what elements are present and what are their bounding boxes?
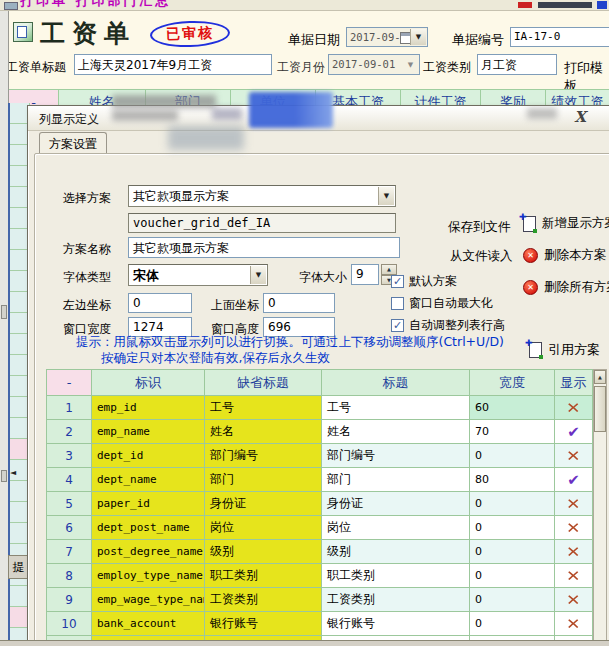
hidden-x-icon: ✕ xyxy=(566,447,580,465)
chevron-down-icon[interactable]: ▼ xyxy=(378,187,394,205)
chevron-down-icon[interactable]: ▼ xyxy=(403,56,418,73)
window-bottom-edge xyxy=(0,640,609,646)
save-to-file-button[interactable]: 保存到文件 xyxy=(448,219,511,236)
hidden-x-icon: ✕ xyxy=(566,543,580,561)
columns-table-header-cell[interactable]: 显示 xyxy=(555,370,593,396)
payroll-title-input[interactable]: 上海天灵2017年9月工资 xyxy=(74,54,272,75)
toolbar-fragment xyxy=(538,2,592,8)
columns-table-header-cell[interactable]: 缺省标题 xyxy=(205,370,322,396)
close-icon[interactable]: X xyxy=(571,108,589,126)
columns-table-header-cell[interactable]: - xyxy=(47,370,92,396)
font-type-label: 字体类型 xyxy=(63,269,111,286)
table-row[interactable]: 6dept_post_name岗位岗位0✕ xyxy=(47,516,594,540)
delete-circle-icon: ✕ xyxy=(523,248,538,263)
doc-no-label: 单据编号 xyxy=(452,31,504,49)
select-scheme-combo[interactable]: 其它款项显示方案 ▼ xyxy=(128,185,396,207)
delete-scheme-button[interactable]: ✕ 删除本方案 xyxy=(523,247,607,264)
tip-line-2: 按确定只对本次登陆有效,保存后永久生效 xyxy=(101,350,330,367)
checkbox-icon[interactable]: ✓ xyxy=(391,275,404,288)
hidden-x-icon: ✕ xyxy=(566,399,580,417)
add-scheme-button[interactable]: 新增显示方案 xyxy=(523,215,609,232)
form-icon xyxy=(13,22,33,42)
column-display-dialog: 列显示定义 X 方案设置 选择方案 其它款项显示方案 ▼ voucher_gri… xyxy=(27,105,609,646)
tip-line-1: 提示：用鼠标双击显示列可以进行切换。可通过上下移动调整顺序(Ctrl+U/D) xyxy=(76,334,504,351)
censored-blur xyxy=(112,110,178,121)
toolbar-fragment xyxy=(597,1,607,9)
toolbar-clipped-text[interactable]: 打印单 打印部门汇总 xyxy=(20,0,172,10)
columns-table-body: 1emp_id工号工号60✕2emp_name姓名姓名70✔3dept_id部门… xyxy=(47,396,594,646)
checkbox-icon[interactable]: ✓ xyxy=(391,319,404,332)
table-row[interactable]: 3dept_id部门编号部门编号0✕ xyxy=(47,444,594,468)
checkbox-icon[interactable] xyxy=(391,297,404,310)
toolbar-icon[interactable] xyxy=(4,2,18,10)
font-size-input[interactable]: 9 xyxy=(351,264,379,285)
left-coord-label: 左边坐标 xyxy=(63,297,111,314)
top-coord-input[interactable]: 0 xyxy=(263,293,335,313)
doc-date-field[interactable]: 2017-09-14 ▼ xyxy=(346,27,428,47)
audit-stamp-text: 已审核 xyxy=(166,24,215,44)
tab-scheme-settings[interactable]: 方案设置 xyxy=(39,132,107,155)
left-coord-input[interactable]: 0 xyxy=(128,293,192,313)
screenshot-root: 打印单 打印部门汇总 工资单 已审核 单据日期 2017-09-14 ▼ 单据编… xyxy=(0,0,609,646)
checkbox-3[interactable]: ✓自动调整列表行高 xyxy=(391,317,505,334)
scrollbar-button[interactable] xyxy=(1,470,7,482)
columns-table-header: -标识缺省标题标题宽度显示 xyxy=(47,370,594,396)
salary-type-label: 工资类别 xyxy=(423,59,471,76)
peek-text: 提 xyxy=(13,559,25,576)
hidden-x-icon: ✕ xyxy=(566,519,580,537)
chevron-down-icon[interactable]: ▼ xyxy=(410,29,426,45)
hidden-x-icon: ✕ xyxy=(566,495,580,513)
read-from-file-button[interactable]: 从文件读入 xyxy=(450,248,513,265)
chevron-down-icon[interactable]: ▼ xyxy=(250,266,266,284)
toolbar-fragment xyxy=(518,2,532,8)
salary-month-field[interactable]: 2017-09-01 ▼ xyxy=(328,54,420,75)
scheme-name-label: 方案名称 xyxy=(63,241,111,258)
hidden-x-icon: ✕ xyxy=(566,615,580,633)
table-row[interactable]: 5paper_id身份证身份证0✕ xyxy=(47,492,594,516)
payroll-title-label: 工资单标题 xyxy=(6,59,66,76)
page-title: 工资单 xyxy=(40,17,136,50)
checkbox-2[interactable]: 窗口自动最大化 xyxy=(391,295,493,312)
scroll-up-icon[interactable]: ▲ xyxy=(594,370,606,384)
delete-all-schemes-button[interactable]: ✕ 删除所有方案 xyxy=(523,279,609,296)
salary-type-input[interactable]: 月工资 xyxy=(477,54,557,75)
left-arrow-icon[interactable]: ◄ xyxy=(10,468,16,477)
columns-table-header-cell[interactable]: 标识 xyxy=(92,370,205,396)
select-scheme-label: 选择方案 xyxy=(63,190,111,207)
scheme-name-input[interactable]: 其它款项显示方案 xyxy=(128,237,400,258)
scheme-code-field[interactable]: voucher_grid_def_IA xyxy=(128,213,396,233)
table-scrollbar[interactable]: ▲ ▼ xyxy=(593,369,607,646)
table-row[interactable]: 2emp_name姓名姓名70✔ xyxy=(47,420,594,444)
hidden-x-icon: ✕ xyxy=(566,591,580,609)
censored-blur xyxy=(527,108,557,119)
checkbox-label: 窗口自动最大化 xyxy=(409,295,493,312)
font-type-combo[interactable]: 宋体 ▼ xyxy=(128,264,268,286)
scrollbar-thumb[interactable] xyxy=(594,386,606,432)
table-row[interactable]: 9emp_wage_type_name工资类别工资类别0✕ xyxy=(47,588,594,612)
font-size-label: 字体大小 xyxy=(299,269,347,286)
columns-table-header-cell[interactable]: 宽度 xyxy=(470,370,555,396)
columns-table: -标识缺省标题标题宽度显示 1emp_id工号工号60✕2emp_name姓名姓… xyxy=(46,369,594,646)
top-toolbar-strip: 打印单 打印部门汇总 xyxy=(0,0,609,11)
censored-blur xyxy=(212,108,242,120)
dialog-title: 列显示定义 xyxy=(39,111,99,128)
table-row[interactable]: 4dept_name部门部门80✔ xyxy=(47,468,594,492)
table-row[interactable]: 10bank_account银行账号银行账号0✕ xyxy=(47,612,594,636)
visible-check-icon: ✔ xyxy=(567,423,580,441)
top-coord-label: 上面坐标 xyxy=(211,297,259,314)
table-row[interactable]: 1emp_id工号工号60✕ xyxy=(47,396,594,420)
ref-page-icon xyxy=(529,342,542,358)
ref-scheme-button[interactable]: 引用方案 xyxy=(529,341,600,359)
doc-no-field[interactable]: IA-17-0 xyxy=(510,27,609,47)
delete-circle-icon: ✕ xyxy=(523,280,538,295)
censored-blur xyxy=(112,95,216,108)
censored-blur xyxy=(249,92,333,128)
checkbox-1[interactable]: ✓默认方案 xyxy=(391,273,457,290)
scrollbar-button[interactable] xyxy=(1,305,7,319)
checkbox-label: 自动调整列表行高 xyxy=(409,317,505,334)
table-row[interactable]: 7post_degree_name级别级别0✕ xyxy=(47,540,594,564)
table-row[interactable]: 8employ_type_name职工类别职工类别0✕ xyxy=(47,564,594,588)
columns-table-header-cell[interactable]: 标题 xyxy=(322,370,470,396)
audit-stamp: 已审核 xyxy=(150,20,231,49)
doc-date-label: 单据日期 xyxy=(288,31,340,49)
